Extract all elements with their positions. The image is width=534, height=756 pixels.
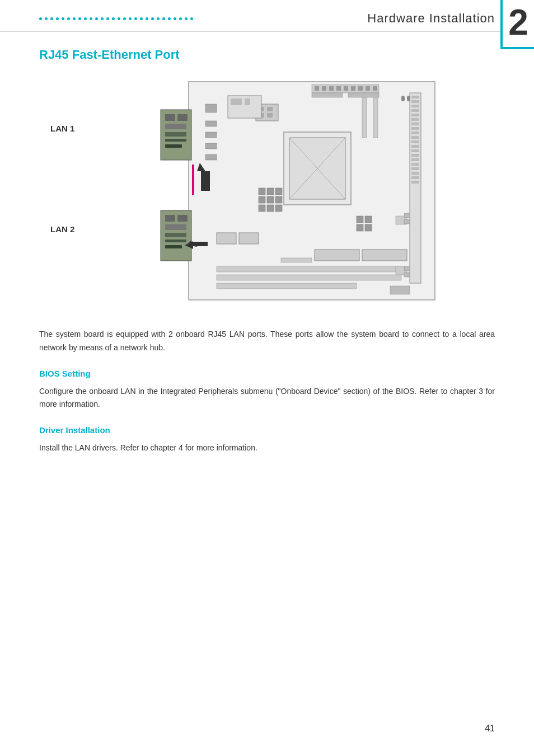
svg-rect-101 [245, 98, 250, 105]
dot-10 [90, 17, 92, 20]
motherboard-diagram [93, 76, 441, 311]
svg-rect-40 [411, 136, 419, 139]
svg-rect-95 [404, 266, 410, 271]
svg-rect-94 [404, 219, 410, 224]
dot-12 [101, 17, 104, 20]
svg-rect-29 [373, 86, 377, 91]
dot-8 [78, 17, 81, 20]
svg-rect-43 [411, 149, 419, 152]
svg-rect-45 [411, 158, 419, 161]
svg-rect-98 [281, 258, 312, 262]
svg-rect-61 [267, 188, 274, 195]
svg-rect-16 [192, 165, 194, 195]
svg-rect-84 [205, 104, 217, 112]
svg-rect-14 [165, 245, 182, 248]
svg-rect-85 [205, 121, 217, 126]
svg-rect-78 [217, 275, 401, 280]
lan2-label: LAN 2 [50, 224, 74, 234]
svg-rect-48 [411, 172, 419, 175]
svg-rect-92 [348, 93, 379, 97]
page-number: 41 [485, 724, 495, 734]
svg-rect-50 [411, 181, 419, 184]
page-content: RJ45 Fast-Ethernet Port [0, 48, 534, 455]
svg-rect-37 [411, 123, 419, 125]
chapter-number: 2 [508, 2, 528, 43]
header-dots-line [39, 17, 367, 20]
dot-7 [73, 17, 76, 20]
dot-11 [95, 17, 98, 20]
svg-rect-24 [336, 86, 341, 91]
svg-rect-93 [404, 213, 410, 218]
svg-rect-82 [217, 233, 236, 244]
svg-rect-59 [267, 113, 273, 118]
svg-rect-4 [165, 124, 186, 129]
bios-heading: BIOS Setting [39, 369, 495, 378]
dot-28 [190, 17, 193, 20]
svg-rect-57 [267, 107, 273, 111]
svg-rect-12 [165, 233, 186, 237]
svg-rect-18 [192, 242, 208, 246]
svg-rect-39 [411, 132, 419, 134]
svg-rect-86 [205, 132, 217, 138]
svg-rect-34 [411, 109, 419, 112]
svg-rect-27 [358, 86, 363, 91]
svg-rect-79 [217, 283, 357, 289]
svg-rect-2 [165, 114, 175, 121]
dot-1 [39, 17, 42, 20]
svg-rect-69 [357, 216, 363, 223]
dot-9 [84, 17, 87, 20]
svg-rect-21 [315, 86, 319, 91]
svg-rect-3 [177, 114, 188, 121]
diagram-container: LAN 1 LAN 2 [39, 76, 495, 311]
svg-rect-36 [411, 118, 419, 121]
svg-rect-91 [312, 93, 343, 97]
driver-heading: Driver Installation [39, 425, 495, 435]
dot-3 [50, 17, 53, 20]
dot-13 [106, 17, 109, 20]
svg-rect-73 [362, 93, 367, 138]
svg-rect-80 [315, 250, 359, 261]
lan1-label: LAN 1 [50, 124, 74, 134]
svg-rect-97 [390, 286, 410, 294]
svg-rect-9 [165, 215, 175, 222]
svg-rect-38 [411, 127, 419, 130]
svg-rect-30 [410, 93, 421, 283]
svg-rect-5 [165, 132, 186, 137]
svg-rect-41 [411, 140, 419, 143]
svg-rect-75 [401, 96, 405, 101]
svg-rect-47 [411, 167, 419, 170]
svg-rect-87 [205, 143, 217, 149]
svg-rect-62 [275, 188, 282, 195]
svg-rect-66 [259, 205, 265, 212]
intro-text: The system board is equipped with 2 onbo… [39, 328, 495, 355]
dot-18 [134, 17, 137, 20]
svg-rect-71 [357, 224, 363, 231]
svg-rect-72 [365, 224, 372, 231]
dot-6 [67, 17, 70, 20]
svg-rect-83 [239, 233, 259, 244]
svg-rect-42 [411, 145, 419, 148]
dot-19 [140, 17, 143, 20]
svg-rect-74 [373, 93, 378, 138]
dot-16 [123, 17, 126, 20]
section-title: RJ45 Fast-Ethernet Port [39, 48, 495, 62]
svg-rect-49 [411, 176, 419, 179]
svg-rect-44 [411, 154, 419, 157]
dot-25 [174, 17, 176, 20]
bios-text: Configure the onboard LAN in the Integra… [39, 385, 495, 412]
svg-rect-22 [322, 86, 326, 91]
svg-rect-67 [267, 205, 274, 212]
svg-rect-26 [351, 86, 355, 91]
svg-rect-13 [165, 240, 186, 242]
driver-text: Install the LAN drivers. Refer to chapte… [39, 442, 495, 455]
dot-15 [118, 17, 120, 20]
dot-4 [56, 17, 59, 20]
header-title: Hardware Installation [367, 11, 495, 26]
svg-rect-96 [404, 273, 410, 277]
svg-rect-88 [205, 154, 217, 160]
svg-rect-63 [259, 196, 265, 203]
dot-20 [146, 17, 148, 20]
chapter-tab: 2 [500, 0, 534, 49]
dot-14 [112, 17, 115, 20]
svg-rect-35 [411, 114, 419, 116]
